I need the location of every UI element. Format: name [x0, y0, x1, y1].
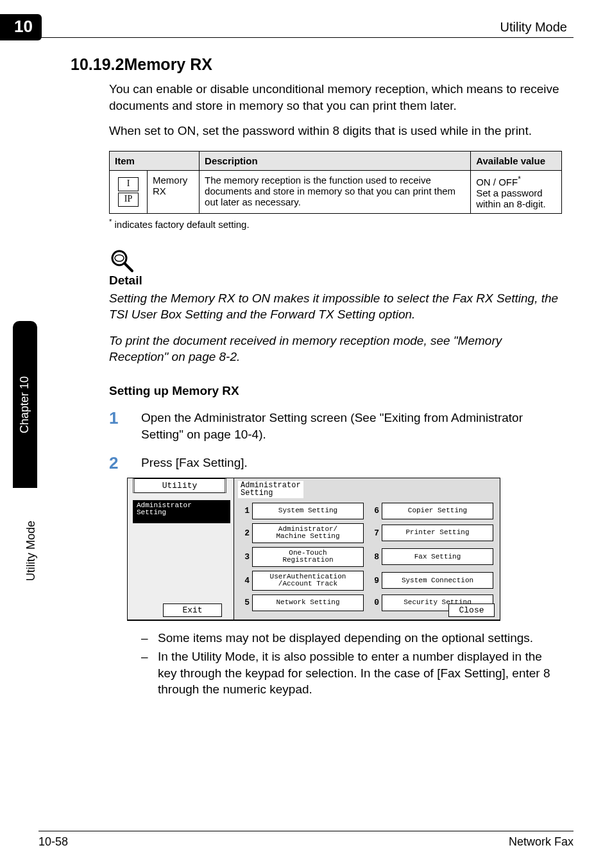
menu-num-2: 2	[241, 528, 250, 538]
icon-ip: IP	[118, 193, 139, 207]
menu-item-2[interactable]: 2 Administrator/ Machine Setting	[241, 523, 364, 543]
step-2-number: 2	[109, 455, 127, 471]
screen-title: Administrator Setting	[238, 481, 303, 498]
magnifier-icon	[109, 248, 135, 273]
note-2-text: In the Utility Mode, it is also possible…	[158, 648, 562, 698]
note-1-text: Some items may not be displayed dependin…	[158, 630, 562, 647]
side-mode-label: Utility Mode	[24, 521, 38, 581]
th-item: Item	[110, 151, 200, 170]
intro-paragraph-2: When set to ON, set the password within …	[109, 123, 562, 139]
dash-icon: –	[141, 648, 149, 698]
menu-item-7[interactable]: 7 Printer Setting	[370, 523, 493, 543]
side-chapter-label: Chapter 10	[13, 321, 37, 488]
fax-setting-button[interactable]: Fax Setting	[382, 548, 493, 565]
note-1: – Some items may not be displayed depend…	[141, 630, 562, 647]
header-title: Utility Mode	[500, 20, 567, 35]
page-footer: 10-58 Network Fax	[38, 831, 574, 849]
intro-paragraph-1: You can enable or disable unconditional …	[109, 81, 562, 114]
menu-num-4: 4	[241, 576, 250, 586]
notes-list: – Some items may not be displayed depend…	[141, 630, 562, 699]
available-line2: Set a password within an 8-digit.	[476, 187, 545, 209]
user-auth-button[interactable]: UserAuthentication /Account Track	[252, 571, 364, 591]
footer-page-number: 10-58	[38, 835, 68, 849]
step-2-text: Press [Fax Setting].	[141, 455, 562, 471]
exit-button[interactable]: Exit	[163, 603, 222, 617]
icon-i: I	[118, 177, 139, 191]
menu-num-1: 1	[241, 506, 250, 516]
menu-num-6: 6	[370, 506, 379, 516]
menu-item-9[interactable]: 9 System Connection	[370, 571, 493, 591]
header-divider	[38, 37, 574, 38]
step-1-text: Open the Administrator Setting screen (S…	[141, 410, 562, 442]
utility-button[interactable]: Utility	[133, 478, 226, 493]
side-chapter-label-text: Chapter 10	[19, 376, 32, 433]
system-connection-button[interactable]: System Connection	[382, 572, 493, 589]
menu-item-5[interactable]: 5 Network Setting	[241, 595, 364, 611]
svg-line-2	[124, 263, 132, 271]
th-available: Available value	[471, 151, 562, 170]
detail-text-1: Setting the Memory RX to ON makes it imp…	[109, 290, 562, 322]
setup-heading: Setting up Memory RX	[109, 384, 562, 398]
one-touch-button[interactable]: One-Touch Registration	[252, 547, 364, 567]
screen-figure: Utility Administrator Setting Exit Admin…	[127, 478, 562, 621]
section-heading: 10.19.2Memory RX	[71, 55, 212, 74]
footnote: * indicates factory default setting.	[109, 218, 562, 230]
footer-doc-title: Network Fax	[509, 835, 574, 849]
note-2: – In the Utility Mode, it is also possib…	[141, 648, 562, 698]
memory-rx-table: Item Description Available value I IP Me…	[109, 151, 562, 214]
available-line1: ON / OFF	[476, 177, 518, 187]
dash-icon: –	[141, 630, 149, 647]
detail-text-2: To print the document received in memory…	[109, 333, 562, 365]
menu-num-5: 5	[241, 598, 250, 607]
row-description: The memory reception is the function use…	[200, 170, 471, 213]
menu-num-3: 3	[241, 552, 250, 562]
available-star: *	[518, 175, 521, 184]
th-description: Description	[200, 151, 471, 170]
detail-heading: Detail	[109, 273, 562, 288]
row-available: ON / OFF* Set a password within an 8-dig…	[471, 170, 562, 213]
step-1-number: 1	[109, 410, 127, 442]
admin-setting-side-button[interactable]: Administrator Setting	[133, 500, 230, 523]
menu-item-4[interactable]: 4 UserAuthentication /Account Track	[241, 571, 364, 591]
step-1: 1 Open the Administrator Setting screen …	[109, 410, 562, 442]
menu-item-3[interactable]: 3 One-Touch Registration	[241, 547, 364, 567]
table-row: I IP Memory RX The memory reception is t…	[110, 170, 562, 213]
menu-num-9: 9	[370, 576, 379, 586]
copier-setting-button[interactable]: Copier Setting	[382, 503, 493, 519]
menu-item-6[interactable]: 6 Copier Setting	[370, 503, 493, 519]
close-button[interactable]: Close	[448, 603, 495, 617]
chapter-number-tab: 10	[0, 14, 42, 40]
footnote-star: *	[109, 218, 112, 225]
admin-machine-setting-button[interactable]: Administrator/ Machine Setting	[252, 523, 364, 543]
menu-num-8: 8	[370, 552, 379, 562]
menu-item-8[interactable]: 8 Fax Setting	[370, 547, 493, 567]
step-2: 2 Press [Fax Setting].	[109, 455, 562, 471]
footnote-text: indicates factory default setting.	[114, 219, 249, 230]
row-icon-cell: I IP	[110, 170, 148, 213]
network-setting-button[interactable]: Network Setting	[252, 595, 364, 611]
menu-num-0: 0	[370, 598, 379, 607]
svg-point-1	[115, 255, 124, 261]
menu-item-1[interactable]: 1 System Setting	[241, 503, 364, 519]
printer-setting-button[interactable]: Printer Setting	[382, 525, 493, 541]
menu-num-7: 7	[370, 528, 379, 538]
row-name: Memory RX	[148, 170, 200, 213]
system-setting-button[interactable]: System Setting	[252, 503, 364, 519]
